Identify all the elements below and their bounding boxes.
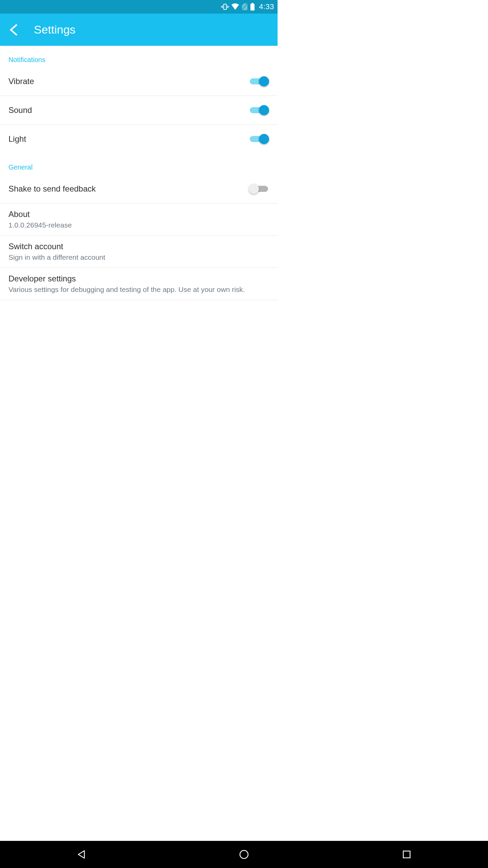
setting-label: Light — [8, 134, 26, 144]
setting-subtitle: Sign in with a different account — [8, 253, 105, 261]
section-header-general: General — [0, 153, 278, 175]
svg-rect-6 — [250, 4, 255, 11]
toggle-light[interactable] — [249, 133, 269, 145]
setting-row-shake-feedback[interactable]: Shake to send feedback — [0, 175, 278, 203]
status-bar: 4:33 — [0, 0, 278, 14]
chevron-left-icon — [9, 24, 18, 36]
back-button[interactable] — [7, 23, 20, 37]
setting-label: Switch account — [8, 242, 105, 251]
setting-label: About — [8, 210, 72, 219]
battery-icon — [250, 3, 255, 11]
svg-rect-0 — [224, 4, 226, 9]
setting-row-developer-settings[interactable]: Developer settings Various settings for … — [0, 268, 278, 300]
wifi-icon — [231, 3, 239, 11]
setting-row-light[interactable]: Light — [0, 125, 278, 153]
toggle-shake-feedback[interactable] — [249, 183, 269, 195]
toggle-sound[interactable] — [249, 104, 269, 116]
setting-row-switch-account[interactable]: Switch account Sign in with a different … — [0, 236, 278, 268]
setting-row-sound[interactable]: Sound — [0, 96, 278, 125]
clock: 4:33 — [259, 2, 274, 11]
setting-subtitle: Various settings for debugging and testi… — [8, 285, 245, 294]
setting-label: Developer settings — [8, 274, 245, 283]
toggle-vibrate[interactable] — [249, 75, 269, 87]
vibrate-icon — [221, 3, 229, 11]
svg-rect-7 — [252, 3, 253, 4]
no-sim-icon — [241, 3, 248, 11]
setting-label: Vibrate — [8, 77, 34, 86]
setting-label: Shake to send feedback — [8, 184, 96, 194]
section-header-notifications: Notifications — [0, 46, 278, 67]
status-icons — [221, 3, 255, 11]
setting-label: Sound — [8, 105, 32, 115]
page-title: Settings — [34, 23, 76, 36]
settings-content: Notifications Vibrate Sound Light Genera… — [0, 46, 278, 300]
setting-row-about[interactable]: About 1.0.0.26945-release — [0, 203, 278, 236]
app-bar: Settings — [0, 14, 278, 46]
setting-row-vibrate[interactable]: Vibrate — [0, 67, 278, 96]
setting-subtitle: 1.0.0.26945-release — [8, 221, 72, 229]
